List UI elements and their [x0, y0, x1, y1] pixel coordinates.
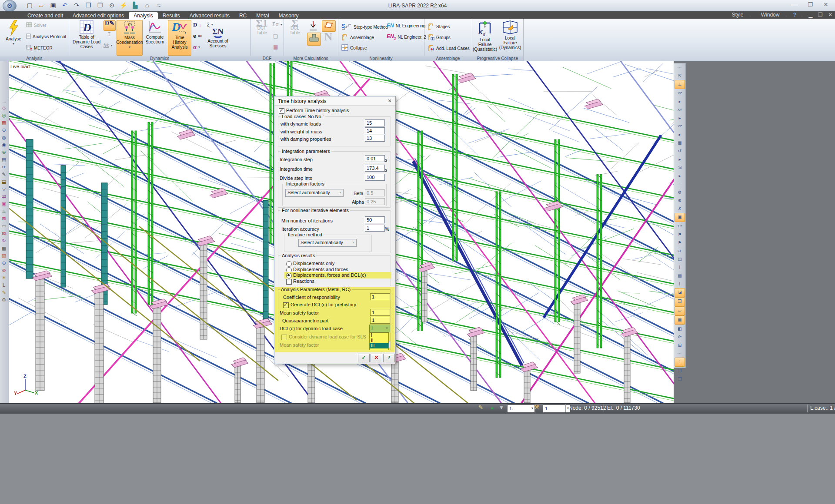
min-iterations-input[interactable] — [365, 216, 385, 223]
integration-time-input[interactable] — [365, 165, 385, 172]
plate-display-icon[interactable]: ◪ — [675, 288, 685, 297]
frame-model-2-icon[interactable]: ▧ — [0, 252, 8, 259]
integration-step-input[interactable] — [365, 155, 385, 162]
dialog-title-bar[interactable]: Time history analysis ✕ — [274, 96, 395, 106]
section-ibeam-2-icon[interactable]: I — [675, 280, 685, 288]
stages-button[interactable]: Stages — [428, 23, 450, 30]
grip-bottom-icon[interactable]: ⋯ — [675, 349, 685, 358]
select-target-icon[interactable]: ⊕ — [0, 149, 8, 156]
perform-checkbox[interactable] — [279, 108, 284, 114]
dcl-dynamic-select[interactable]: I˅ — [369, 325, 390, 332]
dynamic-loads-down-button[interactable]: D↓ — [193, 21, 201, 28]
cube-red-icon[interactable]: ◧ — [675, 325, 685, 333]
up-triangle-icon[interactable]: ▲ — [490, 405, 495, 411]
local-failure-dynamics-button[interactable]: Local Failure (Dynamics) — [498, 20, 522, 50]
select-grid-icon[interactable]: ▤ — [0, 156, 8, 163]
divide-step-input[interactable] — [365, 174, 385, 181]
help-button[interactable]: ? — [383, 354, 395, 362]
axes-box-icon[interactable]: ⊞ — [675, 341, 685, 349]
select-vertical-icon[interactable]: ◍ — [0, 134, 8, 141]
coefficient-input[interactable] — [370, 293, 390, 300]
nl-engineer-2-button[interactable]: EN2NL Engineer. 2 — [387, 33, 426, 40]
ef-display-icon[interactable]: EF — [675, 247, 685, 255]
select-pen-icon[interactable]: ✎ — [0, 171, 8, 178]
mdi-minimize-button[interactable]: ▁ — [808, 12, 812, 18]
down-triangle-icon[interactable]: ▼ — [499, 405, 504, 411]
select-polygon-icon[interactable]: ◇ — [0, 104, 8, 112]
hammer-icon[interactable]: ⚒ — [534, 404, 539, 410]
frame-cross-icon[interactable]: ⊠ — [0, 230, 8, 237]
proj-yz-arrow-icon[interactable]: ▸ — [675, 130, 685, 139]
flip-selection-icon[interactable]: ⇄ — [0, 193, 8, 200]
punching-shear-button[interactable] — [307, 20, 319, 33]
frame-gray-icon[interactable]: ▭ — [0, 222, 8, 230]
generate-dcl-checkbox[interactable] — [283, 302, 289, 308]
numbering-off-icon[interactable]: ✗ — [675, 205, 685, 213]
panel-collapse-icon[interactable]: ▸ — [675, 172, 685, 180]
local-failure-quasistatic-button[interactable]: Kd Local Failure (Quasistatic) — [473, 20, 497, 52]
table-dynamic-load-cases-button[interactable]: D Table of Dynamic Load Cases — [72, 20, 101, 49]
toolbar-grip[interactable]: ⋯ — [0, 100, 9, 104]
zoom-in-icon[interactable]: ⊕ — [0, 259, 8, 267]
select-truss-icon[interactable]: ▦ — [0, 119, 8, 126]
edit-off-icon[interactable]: ✎ — [478, 404, 483, 411]
restore-button[interactable]: ❐ — [803, 0, 818, 10]
axes-isometry-icon[interactable]: ⇱ — [675, 72, 685, 80]
factors-select[interactable]: Select automatically˅ — [285, 189, 344, 197]
material-bricks-icon[interactable]: ▤ — [675, 272, 685, 280]
cancel-button[interactable]: ✕ — [371, 354, 382, 362]
element-scale-select[interactable]: 1.▾ — [543, 405, 571, 413]
contour-display-icon[interactable]: ▱ — [675, 306, 685, 315]
proj-xy-icon[interactable]: XY — [675, 106, 685, 114]
rotate-frame-icon[interactable]: ↻ — [0, 237, 8, 245]
unfragment-icon[interactable]: ⊠ — [0, 215, 8, 222]
decimals-icon[interactable]: 1.2 — [675, 222, 685, 230]
mean-safety-input[interactable] — [370, 309, 390, 316]
select-block-icon[interactable]: ⬓ — [0, 178, 8, 186]
plan-grid-icon[interactable]: ▦ — [675, 139, 685, 147]
rotate-z-icon[interactable]: ↺ — [675, 147, 685, 155]
grip-mid-icon[interactable]: ⋯ — [675, 180, 685, 188]
settings-gear-icon[interactable]: ⚙ — [0, 296, 8, 304]
select-ef-icon[interactable]: EF — [0, 163, 8, 171]
damping-input[interactable] — [365, 135, 385, 142]
dcl-option-ii[interactable]: II — [370, 338, 388, 343]
proj-yz-icon[interactable]: YZ — [675, 122, 685, 130]
mesh-display-icon[interactable]: ▦ — [675, 315, 685, 325]
step-type-method-button[interactable]: SStep-type Method — [341, 23, 388, 31]
proj-xz-icon[interactable]: XZ — [675, 89, 685, 97]
menu-style[interactable]: Style ⌄ — [728, 12, 752, 18]
analyse-button[interactable]: Analyse▾ — [3, 20, 23, 46]
dcl-option-iii[interactable]: III — [370, 343, 388, 348]
alpha-damping-button[interactable]: α▾ — [193, 44, 200, 50]
clamp-icon[interactable]: ⌶ — [105, 32, 113, 36]
axes-default-icon[interactable]: ⊥ — [675, 80, 685, 89]
edit-dynamics-button[interactable]: D✎ — [104, 20, 116, 31]
section-ibeam-icon[interactable]: I — [675, 263, 685, 272]
proj-xy-arrow-icon[interactable]: ▸ — [675, 114, 685, 122]
displacements-only-radio[interactable] — [286, 261, 292, 267]
mdi-close-button[interactable]: ✕ — [828, 12, 832, 18]
axes-red-icon[interactable]: ⇲ — [675, 163, 685, 172]
dynamic-loads-input[interactable] — [365, 119, 385, 126]
collapse-button[interactable]: Collapse — [341, 44, 367, 52]
select-horizontal-icon[interactable]: ⊖ — [0, 126, 8, 134]
weight-of-mass-input[interactable] — [365, 127, 385, 134]
dialog-close-icon[interactable]: ✕ — [386, 97, 394, 104]
mass-condensation-button[interactable]: m Mass Condensation▾ — [117, 20, 143, 56]
reactions-checkbox[interactable] — [286, 279, 292, 285]
axes-highlight-icon[interactable]: ⊥ — [675, 358, 685, 367]
foundation-calc-button[interactable] — [307, 33, 321, 46]
notes-display-icon[interactable]: ▤ — [675, 255, 685, 263]
select-rings-icon[interactable]: ◉ — [0, 141, 8, 149]
dcl-option-i[interactable]: I — [370, 333, 388, 338]
numbering-on-icon[interactable]: ▣ — [675, 213, 685, 222]
account-of-stresses-button[interactable]: ΣN ◂▬▸ Account of Stresses — [204, 29, 231, 48]
rotate-arrow-icon[interactable]: ▸ — [675, 155, 685, 163]
zoom-cancel-icon[interactable]: ⊘ — [0, 267, 8, 274]
frame-model-icon[interactable]: ▦ — [0, 245, 8, 252]
cube-2-icon[interactable]: ❐ — [675, 375, 685, 383]
groups-button[interactable]: Groups — [428, 33, 451, 41]
brush-icon[interactable]: ♨ — [0, 208, 8, 215]
dcl-dropdown-list[interactable]: IIIIII — [369, 332, 389, 350]
